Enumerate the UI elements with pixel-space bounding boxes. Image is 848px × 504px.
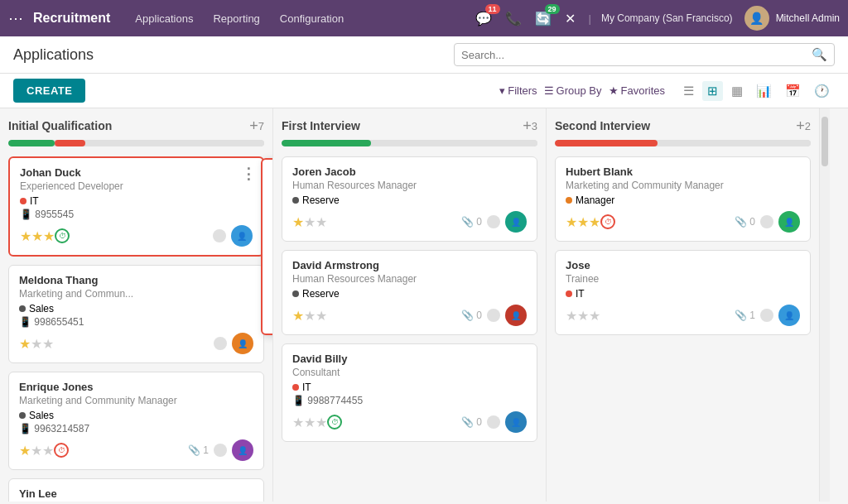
col-title-0: Initial Qualification: [8, 119, 243, 132]
card-1-1[interactable]: David Armstrong Human Resources Manager …: [282, 250, 537, 335]
search-input[interactable]: [461, 49, 812, 61]
brand-name: Recruitment: [33, 11, 110, 26]
calendar-view-button[interactable]: 📅: [780, 81, 806, 101]
card-phone: 📱 9988774455: [292, 395, 527, 406]
star-0[interactable]: ★: [20, 229, 31, 243]
nav-reporting[interactable]: Reporting: [205, 7, 267, 30]
kanban-view-button[interactable]: ⊞: [702, 81, 723, 101]
card-name: David Armstrong: [292, 259, 527, 271]
search-bar[interactable]: 🔍: [454, 43, 835, 66]
card-1-2[interactable]: David Billy Consultant IT 📱 9988774455 ★…: [282, 343, 537, 442]
groupby-button[interactable]: ☰ Group By: [544, 84, 602, 97]
card-0-0[interactable]: Johan Duck Experienced Developer IT 📱 89…: [8, 156, 264, 257]
card-kebab-menu[interactable]: ⋮: [241, 165, 256, 183]
card-name: Enrique Jones: [19, 381, 253, 393]
chart-view-button[interactable]: 📊: [751, 81, 777, 101]
card-meta: 👤: [213, 225, 253, 247]
star-2[interactable]: ★: [42, 444, 54, 458]
card-tag: Manager: [566, 194, 800, 206]
card-1-0[interactable]: Joren Jacob Human Resources Manager Rese…: [282, 156, 537, 242]
col-add-0[interactable]: +: [249, 118, 258, 133]
card-tag: IT: [566, 288, 800, 300]
list-view-button[interactable]: ☰: [678, 81, 699, 101]
sync-icon[interactable]: 🔄 29: [532, 7, 555, 30]
col-count-2: 2: [805, 120, 811, 132]
sync-badge: 29: [545, 4, 560, 14]
app-grid-icon[interactable]: ⋯: [8, 9, 23, 27]
card-0-1[interactable]: Meldona Thang Marketing and Commun... Sa…: [8, 265, 264, 363]
star-0[interactable]: ★: [566, 309, 577, 323]
star-0[interactable]: ★: [292, 309, 304, 323]
nav-configuration[interactable]: Configuration: [272, 7, 352, 30]
col-title-2: Second Interview: [555, 119, 789, 132]
card-footer: ★★★ 📎 0 👤: [292, 211, 527, 233]
scrollbar-thumb[interactable]: [822, 117, 828, 166]
col-add-1[interactable]: +: [523, 118, 532, 133]
card-2-1[interactable]: Jose Trainee IT ★★★ 📎 1 👤: [555, 250, 811, 335]
close-icon[interactable]: ✕: [561, 7, 579, 30]
card-footer: ★★★ 👤: [19, 333, 253, 354]
card-avatar: 👤: [505, 411, 527, 433]
clip-icon: 📎 0: [461, 216, 482, 228]
timer-icon: ⏱: [600, 214, 615, 229]
card-phone: 📱 9963214587: [19, 423, 253, 434]
card-job: Trainee: [566, 273, 800, 285]
star-1[interactable]: ★: [577, 215, 589, 229]
star-2[interactable]: ★: [589, 309, 600, 323]
card-tag: Sales: [19, 303, 253, 314]
card-job: Marketing and Community Manager: [19, 395, 253, 406]
star-1[interactable]: ★: [304, 215, 316, 229]
col-count-0: 7: [258, 120, 264, 132]
create-button[interactable]: CREATE: [13, 79, 85, 103]
star-0[interactable]: ★: [19, 444, 31, 458]
phone-icon[interactable]: 📞: [502, 7, 525, 30]
star-1[interactable]: ★: [31, 444, 42, 458]
card-0-3[interactable]: Yin Lee Marketing and Community Manager …: [8, 478, 264, 502]
search-icon[interactable]: 🔍: [812, 47, 827, 62]
clock-view-button[interactable]: 🕐: [809, 81, 835, 101]
card-job: Human Resources Manager: [292, 273, 527, 285]
card-footer: ★★★ ⏱ 📎 0 👤: [566, 211, 800, 233]
star-1[interactable]: ★: [31, 337, 42, 351]
col-add-2[interactable]: +: [796, 118, 805, 133]
user-avatar[interactable]: 👤: [744, 6, 769, 31]
card-footer: ★★★ 📎 1 👤: [566, 305, 800, 326]
card-phone: 📱 8955545: [20, 209, 253, 220]
card-0-2[interactable]: Enrique Jones Marketing and Community Ma…: [8, 372, 264, 470]
favorites-button[interactable]: ★ Favorites: [609, 84, 665, 97]
star-0[interactable]: ★: [19, 337, 31, 351]
star-2[interactable]: ★: [42, 337, 54, 351]
star-1[interactable]: ★: [31, 229, 43, 243]
star-2[interactable]: ★: [589, 215, 600, 229]
star-2[interactable]: ★: [43, 229, 55, 243]
table-view-button[interactable]: ▦: [726, 81, 748, 101]
card-name: Joren Jacob: [292, 166, 527, 178]
star-1[interactable]: ★: [304, 309, 316, 323]
card-job: Human Resources Manager: [292, 180, 527, 191]
star-1[interactable]: ★: [577, 309, 589, 323]
star-0[interactable]: ★: [566, 215, 577, 229]
star-2[interactable]: ★: [316, 215, 327, 229]
card-phone: 📱 998655451: [19, 316, 253, 328]
timer-icon: ⏱: [327, 415, 342, 430]
star-2[interactable]: ★: [316, 309, 327, 323]
messages-icon[interactable]: 💬 11: [472, 7, 495, 30]
column-initial-qualification: Initial Qualification + 7 Johan Duck Exp…: [0, 108, 273, 502]
star-0[interactable]: ★: [292, 415, 304, 430]
subheader: Applications 🔍: [0, 36, 848, 74]
col-count-1: 3: [532, 120, 537, 132]
filter-button[interactable]: ▾ Filters: [499, 84, 537, 97]
status-circle: [487, 215, 500, 228]
star-0[interactable]: ★: [292, 215, 304, 229]
star-1[interactable]: ★: [304, 415, 316, 430]
scrollbar[interactable]: [820, 108, 830, 502]
star-2[interactable]: ★: [316, 415, 327, 430]
card-2-0[interactable]: Hubert Blank Marketing and Community Man…: [555, 156, 811, 242]
clip-icon: 📎 0: [461, 310, 482, 321]
nav-applications[interactable]: Applications: [127, 7, 201, 30]
view-switcher: ☰ ⊞ ▦ 📊 📅 🕐: [678, 81, 835, 101]
star-rating: ★★★: [292, 308, 327, 324]
card-name: Jose: [566, 259, 800, 271]
star-rating: ★★★: [292, 415, 327, 430]
star-rating: ★★★: [19, 443, 54, 458]
